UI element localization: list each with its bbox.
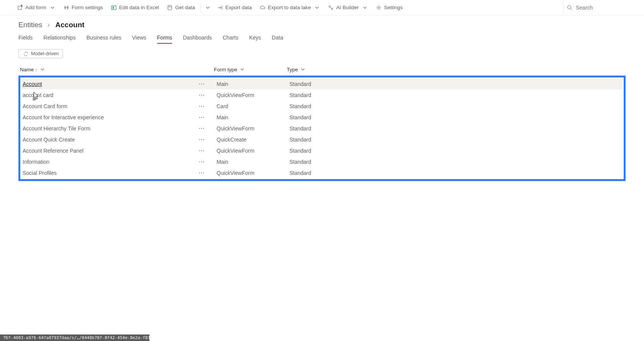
col-formtype-label: Form type (214, 67, 237, 72)
table-row[interactable]: Social Profiles⋯QuickViewFormStandard (21, 167, 623, 178)
form-name-link[interactable]: Information (23, 159, 49, 165)
recycle-icon (23, 51, 29, 57)
more-actions-icon[interactable]: ⋯ (199, 136, 207, 143)
more-actions-icon[interactable]: ⋯ (199, 80, 207, 87)
chevron-down-icon (301, 67, 305, 72)
form-name-link[interactable]: Account for Interactive experience (23, 114, 104, 120)
cell-type: Standard (289, 159, 573, 165)
form-name-link[interactable]: Account Reference Panel (23, 148, 84, 154)
export-data-label: Export data (225, 5, 252, 10)
tab-keys[interactable]: Keys (249, 35, 261, 44)
cell-type: Standard (289, 103, 573, 109)
export-lake-button[interactable]: Export to data lake (256, 0, 324, 15)
tab-fields[interactable]: Fields (18, 35, 33, 44)
form-name-link[interactable]: Social Profiles (23, 170, 57, 176)
settings-label: Settings (384, 5, 403, 10)
cell-type: Standard (289, 148, 573, 154)
get-data-button[interactable]: Get data (163, 0, 199, 15)
export-lake-label: Export to data lake (268, 5, 311, 10)
more-actions-icon[interactable]: ⋯ (199, 114, 207, 121)
table-row[interactable]: Account Quick Create⋯QuickCreateStandard (21, 134, 623, 145)
col-name-label: Name (20, 67, 34, 72)
export-icon (217, 5, 223, 11)
form-name-link[interactable]: Account (23, 81, 42, 87)
filter-chip-model-driven[interactable]: Model-driven (18, 49, 63, 58)
chevron-down-icon (49, 5, 56, 11)
edit-excel-label: Edit data in Excel (119, 5, 159, 10)
form-name-link[interactable]: Account Card form (23, 103, 67, 109)
tab-charts[interactable]: Charts (223, 35, 238, 44)
form-name-link[interactable]: Account Quick Create (23, 137, 75, 143)
database-icon (167, 5, 173, 11)
more-actions-icon[interactable]: ⋯ (199, 169, 207, 176)
command-bar: Add form Form settings Edit data in Exce… (0, 0, 644, 15)
cell-form-type: QuickViewForm (217, 125, 289, 132)
svg-point-3 (329, 6, 330, 7)
cell-form-type: QuickCreate (217, 137, 289, 143)
table-row[interactable]: Account Reference Panel⋯QuickViewFormSta… (21, 145, 623, 156)
form-settings-button[interactable]: Form settings (59, 0, 107, 15)
export-data-button[interactable]: Export data (213, 0, 256, 15)
cell-form-type: Main (217, 114, 289, 120)
tab-dashboards[interactable]: Dashboards (183, 35, 212, 44)
cell-form-type: Card (217, 103, 289, 109)
tab-views[interactable]: Views (132, 35, 146, 44)
search-box[interactable] (563, 0, 632, 15)
entity-tabs: FieldsRelationshipsBusiness rulesViewsFo… (18, 35, 626, 44)
cell-form-type: Main (217, 81, 289, 87)
table-body-highlight: Account⋯MainStandardaccount card⋯QuickVi… (18, 76, 626, 181)
ai-builder-label: AI Builder (336, 5, 359, 10)
table-row[interactable]: account card⋯QuickViewFormStandard (21, 89, 623, 100)
cloud-icon (260, 5, 266, 11)
col-type-label: Type (287, 67, 298, 72)
chevron-down-icon (205, 5, 211, 11)
cell-form-type: QuickViewForm (217, 92, 289, 98)
main-content: Entities Account FieldsRelationshipsBusi… (0, 15, 644, 181)
chevron-right-icon (47, 21, 51, 29)
cell-form-type: QuickViewForm (217, 148, 289, 154)
more-actions-icon[interactable]: ⋯ (199, 125, 207, 132)
breadcrumb-current: Account (55, 21, 84, 29)
tab-business-rules[interactable]: Business rules (86, 35, 121, 44)
svg-point-2 (168, 5, 172, 7)
table-row[interactable]: Account for Interactive experience⋯MainS… (21, 112, 623, 123)
table-header: Name ↑ Form type Type (18, 67, 626, 76)
breadcrumb-root[interactable]: Entities (18, 21, 42, 29)
chevron-down-icon (240, 67, 244, 72)
more-actions-icon[interactable]: ⋯ (199, 91, 207, 99)
edit-excel-button[interactable]: Edit data in Excel (107, 0, 163, 15)
ai-builder-button[interactable]: AI Builder (324, 0, 372, 15)
table-row[interactable]: Account Card form⋯CardStandard (21, 100, 623, 112)
cell-form-type: QuickViewForm (217, 170, 289, 176)
table-row[interactable]: Account Hierarchy Tile Form⋯QuickViewFor… (21, 123, 623, 134)
forms-table: Name ↑ Form type Type Account⋯MainStanda… (18, 67, 626, 181)
breadcrumb: Entities Account (18, 21, 626, 35)
add-form-button[interactable]: Add form (13, 0, 59, 15)
cell-form-type: Main (217, 159, 289, 165)
table-row[interactable]: Account⋯MainStandard (21, 78, 623, 89)
get-data-label: Get data (175, 5, 195, 10)
tab-data[interactable]: Data (272, 35, 283, 44)
form-name-link[interactable]: Account Hierarchy Tile Form (23, 125, 90, 132)
more-actions-icon[interactable]: ⋯ (199, 102, 207, 110)
cell-type: Standard (289, 125, 573, 132)
filter-chip-label: Model-driven (31, 51, 59, 56)
chevron-down-icon (314, 5, 320, 11)
cell-type: Standard (289, 137, 573, 143)
col-formtype[interactable]: Form type (214, 67, 287, 72)
col-type[interactable]: Type (287, 67, 570, 72)
search-input[interactable] (576, 5, 629, 11)
tab-relationships[interactable]: Relationships (43, 35, 76, 44)
get-data-chevron[interactable] (202, 0, 213, 15)
svg-point-4 (331, 8, 333, 10)
more-actions-icon[interactable]: ⋯ (199, 147, 207, 154)
col-name[interactable]: Name ↑ (18, 67, 214, 72)
more-actions-icon[interactable]: ⋯ (199, 158, 207, 165)
svg-point-6 (568, 5, 571, 9)
form-name-link[interactable]: account card (23, 92, 53, 98)
settings-button[interactable]: Settings (372, 0, 407, 15)
tab-forms[interactable]: Forms (157, 35, 172, 44)
chevron-down-icon (362, 5, 368, 11)
table-row[interactable]: Information⋯MainStandard (21, 156, 623, 167)
cell-type: Standard (289, 114, 573, 120)
